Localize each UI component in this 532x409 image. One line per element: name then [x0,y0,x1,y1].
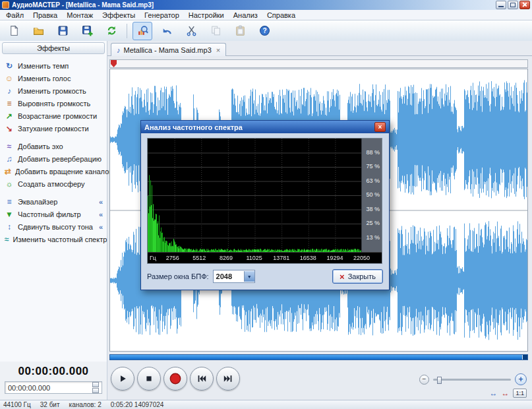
menu-item[interactable]: Анализ [229,11,262,19]
dialog-close-icon: × [378,124,382,131]
help-button[interactable]: ? [254,22,274,40]
effect-item[interactable]: ☼Создать атмосферу [0,177,107,190]
effect-label: Создать атмосферу [18,180,85,188]
fft-size-value: 2048 [214,272,244,280]
effect-item[interactable]: ≈Добавить эхо [0,140,107,152]
skip-back-button[interactable] [190,367,214,391]
equalizer-icon: ≡ [5,197,14,206]
record-button[interactable] [163,367,187,391]
effect-label: Изменить голос [18,75,71,82]
timeline-ruler[interactable] [109,59,528,68]
y-axis-label: 88 % [366,149,380,156]
convert-arrows-icon [106,25,117,36]
channel-rotate-icon: ⇄ [5,167,11,176]
stop-button[interactable] [137,367,161,391]
fit-horizontal-icon[interactable]: ↔ [489,389,497,397]
effect-label: Изменить громкость [18,87,86,95]
effect-item[interactable]: ▼Частотный фильтр« [0,208,107,220]
effects-panel: Эффекты ↻Изменить темп☺Изменить голос♪Из… [0,41,107,362]
seek-bar[interactable] [109,354,528,360]
save-as-button[interactable] [77,22,97,40]
minimize-button[interactable] [496,1,506,9]
audiomaster-window: АудиоМАСТЕР - [Metallica - Mama Said.mp3… [0,0,532,409]
expand-arrow-icon[interactable]: « [99,223,103,231]
spectrum-dialog: Анализ частотного спектра × 88 %75 %63 %… [140,120,390,290]
effect-item[interactable]: ↻Изменить темп [0,59,107,72]
effect-item[interactable]: ↗Возрастание громкости [0,110,107,122]
tab-close-icon[interactable]: × [216,46,220,54]
position-marker[interactable] [111,60,117,67]
zoom-controls: − + [419,373,527,385]
svg-text:?: ? [262,27,266,34]
dialog-close-action-button[interactable]: × Закрыть [332,269,383,284]
zoom-out-button[interactable]: − [419,375,429,385]
menu-item[interactable]: Монтаж [62,11,98,19]
new-file-button[interactable] [4,22,24,40]
effect-item[interactable]: ≡Выровнять громкость [0,97,107,110]
help-icon: ? [259,25,270,36]
effect-label: Частотный фильтр [18,210,81,218]
zoom-in-button[interactable]: + [515,373,527,385]
menu-item[interactable]: Генератор [140,11,184,19]
music-note-icon: ♪ [117,46,121,54]
voice-icon: ☺ [5,74,14,83]
minimize-icon [498,6,504,7]
selection-time: 00:00:00.000 [8,384,50,392]
effect-item[interactable]: ↘Затухание громкости [0,122,107,135]
seek-thumb[interactable] [522,355,527,360]
menu-item[interactable]: Файл [1,11,28,19]
fit-selection-icon[interactable]: ↔ [501,389,509,397]
menu-item[interactable]: Справка [262,11,300,19]
time-spin-down-button[interactable] [92,388,99,393]
transport-controls [111,367,240,391]
zoom-ratio-button[interactable]: 1:1 [513,389,527,398]
menu-bar: ФайлПравкаМонтажЭффектыГенераторНастройк… [0,10,532,20]
y-axis-label: 38 % [366,206,380,212]
skip-forward-button[interactable] [216,367,240,391]
expand-arrow-icon[interactable]: « [99,210,103,218]
save-button[interactable] [53,22,73,40]
effect-label: Добавить эхо [18,142,63,150]
x-axis-label: 8269 [220,255,233,261]
close-window-button[interactable] [519,1,530,9]
cut-button[interactable] [181,22,201,40]
effect-label: Добавить реверберацию [18,155,102,163]
effect-item[interactable]: ♪Изменить громкость [0,84,107,97]
x-axis-label: 13781 [273,255,289,261]
spectrum-analysis-button[interactable] [133,22,152,40]
play-button[interactable] [111,367,134,391]
effect-label: Затухание громкости [18,125,89,133]
expand-arrow-icon[interactable]: « [99,198,103,206]
zoom-slider[interactable] [433,379,511,381]
x-axis-label: 11025 [247,255,262,261]
frequency-filter-icon: ▼ [5,210,14,219]
undo-button[interactable] [157,22,177,40]
effect-label: Сдвинуть высоту тона [18,223,93,231]
menu-item[interactable]: Настройки [184,11,229,19]
time-format-buttons [92,382,99,393]
skip-forward-icon [223,373,233,384]
new-document-icon [9,25,20,36]
tab-mama-said[interactable]: ♪ Metallica - Mama Said.mp3 × [111,43,226,56]
effect-item[interactable]: ♫Добавить реверберацию [0,152,107,165]
dialog-body: 88 %75 %63 %50 %38 %25 %13 % Гц275655128… [141,133,389,290]
effect-item[interactable]: ⇄Добавить вращение каналов [0,165,107,177]
effect-item[interactable]: ≈Изменить частотный спектр [0,233,107,245]
effect-item[interactable]: ≡Эквалайзер« [0,195,107,208]
fft-size-select[interactable]: 2048 ▼ [213,270,255,283]
maximize-icon [510,3,516,7]
dialog-close-button[interactable]: × [374,122,386,132]
menu-item[interactable]: Эффекты [98,11,140,19]
floppy-plus-icon [82,25,93,36]
effect-item[interactable]: ↕Сдвинуть высоту тона« [0,220,107,233]
dialog-title: Анализ частотного спектра [144,123,243,131]
open-file-button[interactable] [28,22,48,40]
time-spin-up-button[interactable] [92,382,99,387]
menu-item[interactable]: Правка [28,11,62,19]
zoom-slider-thumb[interactable] [437,377,442,384]
paste-button [230,22,250,40]
convert-button[interactable] [102,22,121,40]
effect-item[interactable]: ☺Изменить голос [0,72,107,84]
tempo-icon: ↻ [5,61,14,71]
maximize-button[interactable] [508,1,518,9]
